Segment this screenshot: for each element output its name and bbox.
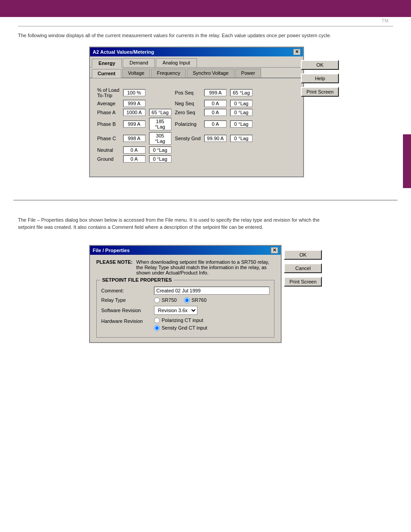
phase-a-angle: 65 °Lag	[149, 109, 171, 116]
polarizing-value: 0 A	[204, 120, 227, 128]
please-note-label: PLEASE NOTE:	[96, 259, 133, 275]
hardware-revision-label: Hardware Revision	[101, 317, 150, 324]
polarizing-ct-radio[interactable]	[154, 317, 160, 323]
relay-sr750-label[interactable]: SR750	[154, 297, 177, 303]
comment-label: Comment:	[101, 288, 150, 293]
polarizing-ct-label[interactable]: Polarizing CT input	[154, 317, 207, 323]
setpoint-file-properties-group: SETPOINT FILE PROPERTIES Comment: Relay …	[96, 280, 274, 338]
neutral-angle: 0 °Lag	[149, 146, 171, 154]
dialog2-sidebar-buttons: OK Cancel Print Screen	[284, 250, 322, 288]
phase-a-label: Phase A	[95, 108, 121, 117]
sensty-gnd-ct-label[interactable]: Sensty Gnd CT input	[154, 325, 207, 331]
phase-b-value: 999 A	[123, 120, 146, 128]
relay-type-row: Relay Type SR750 SR760	[101, 297, 270, 303]
sensty-gnd-label: Sensty Gnd	[173, 131, 202, 146]
tab-row: Energy Demand Analog Input	[90, 56, 303, 67]
actual-values-dialog: A2 Actual Values/Metering ✕ Energy Deman…	[89, 47, 304, 177]
software-revision-row: Software Revision Revision 3.6x Revision…	[101, 306, 270, 315]
file-properties-dialog: File / Properties ✕ PLEASE NOTE: When do…	[89, 245, 282, 343]
print-screen-button-1[interactable]: Print Screen	[301, 87, 339, 97]
table-row: Neutral 0 A 0 °Lag	[95, 146, 254, 154]
ground-value: 0 A	[123, 155, 146, 163]
neutral-label: Neutral	[95, 146, 121, 154]
please-note-text: When downloading setpoint file informati…	[136, 259, 274, 275]
pos-seq-value: 999 A	[204, 89, 227, 96]
dialog1-sidebar-buttons: OK Help Print Screen	[301, 60, 339, 99]
ground-label: Ground	[95, 154, 121, 163]
polarizing-angle: 0 °Lag	[230, 120, 253, 128]
subtab-frequency[interactable]: Frequency	[151, 69, 186, 77]
pos-seq-angle: 65 °Lag	[230, 89, 253, 96]
comment-input[interactable]	[154, 287, 270, 295]
software-revision-select[interactable]: Revision 3.6x Revision 3.5x Revision 3.4…	[154, 306, 197, 315]
pos-seq-label: Pos Seq	[173, 86, 202, 99]
cancel-button-2[interactable]: Cancel	[284, 263, 322, 273]
phase-c-angle: 305 °Lag	[149, 132, 171, 145]
subtab-synchro-voltage[interactable]: Synchro Voltage	[187, 69, 234, 77]
table-row: Average 999 A Neg Seq 0 A 0 °Lag	[95, 99, 254, 108]
props-dialog-titlebar: File / Properties ✕	[90, 246, 281, 255]
dialog-wrapper-1: A2 Actual Values/Metering ✕ Energy Deman…	[89, 47, 304, 177]
dialog-body: % of LoadTo-Trip 100 % Pos Seq 999 A 65 …	[90, 78, 303, 176]
phase-a-value: 1000 A	[123, 109, 146, 116]
section-divider-top	[18, 26, 393, 26]
section-1: The following window displays all of the…	[0, 17, 411, 191]
current-data-table: % of LoadTo-Trip 100 % Pos Seq 999 A 65 …	[95, 84, 254, 163]
polarizing-label: Polarizing	[173, 117, 202, 131]
neg-seq-value: 0 A	[204, 100, 227, 107]
average-label: Average	[95, 99, 121, 108]
phase-c-label: Phase C	[95, 131, 121, 146]
subtab-row: Current Voltage Frequency Synchro Voltag…	[90, 67, 303, 78]
sensty-gnd-ct-radio[interactable]	[154, 325, 160, 331]
subtab-power[interactable]: Power	[235, 69, 261, 77]
sensty-gnd-value: 99.90 A	[204, 135, 227, 142]
tab-analog-input[interactable]: Analog Input	[156, 58, 197, 67]
table-row: Phase B 999 A 185 °Lag Polarizing 0 A 0 …	[95, 117, 254, 131]
ok-button-1[interactable]: OK	[301, 60, 339, 70]
tab-demand[interactable]: Demand	[123, 58, 155, 67]
load-to-trip-value: 100 %	[123, 89, 146, 96]
load-to-trip-label: % of LoadTo-Trip	[95, 86, 121, 99]
dialog-close-button[interactable]: ✕	[293, 49, 300, 55]
relay-sr750-radio[interactable]	[154, 297, 160, 303]
dialog-title: A2 Actual Values/Metering	[93, 49, 154, 55]
table-row: Phase C 998 A 305 °Lag Sensty Gnd 99.90 …	[95, 131, 254, 146]
dialog-wrapper-2: File / Properties ✕ PLEASE NOTE: When do…	[89, 238, 282, 350]
group-legend: SETPOINT FILE PROPERTIES	[100, 277, 174, 283]
dialog-container-1: A2 Actual Values/Metering ✕ Energy Deman…	[89, 47, 322, 177]
dialog-titlebar: A2 Actual Values/Metering ✕	[90, 47, 303, 56]
zero-seq-value: 0 A	[204, 109, 227, 116]
header-bar	[0, 0, 411, 17]
right-side-tab	[403, 134, 411, 188]
main-section-divider	[13, 200, 398, 201]
subtab-current[interactable]: Current	[92, 69, 121, 78]
ground-angle: 0 °Lag	[149, 155, 171, 163]
section2-intro: The File – Properties dialog box shown b…	[18, 216, 331, 231]
props-dialog-body: PLEASE NOTE: When downloading setpoint f…	[90, 255, 281, 342]
phase-b-angle: 185 °Lag	[149, 118, 171, 130]
average-value: 999 A	[123, 100, 146, 107]
zero-seq-angle: 0 °Lag	[230, 109, 253, 116]
table-row: Phase A 1000 A 65 °Lag Zero Seq 0 A 0 °L…	[95, 108, 254, 117]
relay-sr760-label[interactable]: SR760	[184, 297, 207, 303]
help-button-1[interactable]: Help	[301, 73, 339, 83]
props-dialog-close[interactable]: ✕	[271, 247, 278, 253]
sensty-gnd-angle: 0 °Lag	[230, 135, 253, 142]
subtab-voltage[interactable]: Voltage	[122, 69, 150, 77]
ok-button-2[interactable]: OK	[284, 250, 322, 260]
relay-type-label: Relay Type	[101, 297, 150, 303]
print-screen-button-2[interactable]: Print Screen	[284, 277, 322, 287]
tab-energy[interactable]: Energy	[92, 59, 122, 68]
props-dialog-title: File / Properties	[93, 248, 130, 253]
zero-seq-label: Zero Seq	[173, 108, 202, 117]
comment-row: Comment:	[101, 287, 270, 295]
section1-intro: The following window displays all of the…	[18, 32, 331, 39]
neg-seq-angle: 0 °Lag	[230, 100, 253, 107]
neutral-value: 0 A	[123, 146, 146, 154]
dialog-container-2: File / Properties ✕ PLEASE NOTE: When do…	[89, 238, 322, 350]
please-note-section: PLEASE NOTE: When downloading setpoint f…	[96, 259, 274, 275]
hardware-revision-radio-group: Polarizing CT input Sensty Gnd CT input	[154, 317, 207, 331]
relay-sr760-radio[interactable]	[184, 297, 190, 303]
table-row: % of LoadTo-Trip 100 % Pos Seq 999 A 65 …	[95, 86, 254, 99]
software-revision-label: Software Revision	[101, 308, 150, 313]
